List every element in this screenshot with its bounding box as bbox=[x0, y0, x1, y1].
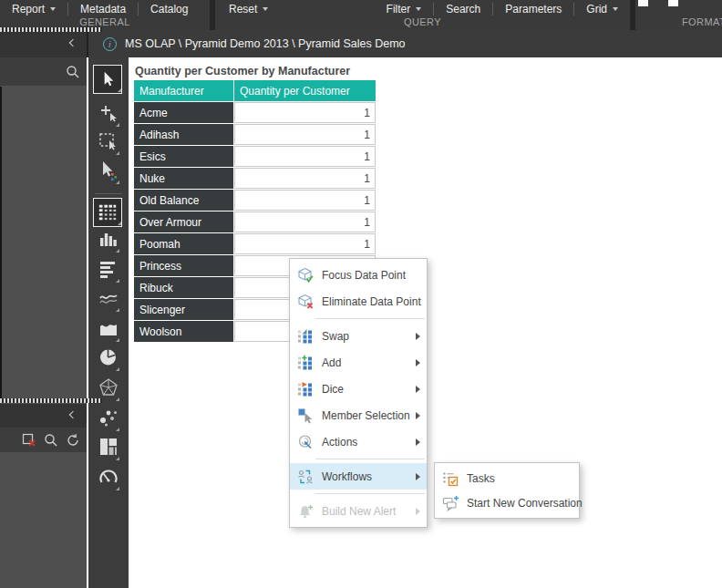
clear-selection-icon[interactable] bbox=[22, 433, 36, 448]
app-window: Report Metadata Catalog GENERAL Reset Fi… bbox=[0, 0, 722, 588]
table-row[interactable]: Acme 1 bbox=[134, 102, 376, 123]
add-selection-tool[interactable] bbox=[98, 102, 119, 128]
row-label-cell[interactable]: Slicenger bbox=[134, 299, 233, 320]
workflows-icon bbox=[297, 469, 314, 485]
panel-resize-texture bbox=[0, 398, 102, 403]
menu-item-add[interactable]: Add bbox=[290, 349, 427, 376]
row-value-cell[interactable]: 1 bbox=[234, 233, 376, 254]
search-icon[interactable] bbox=[44, 433, 58, 448]
menu-item-label: Workflows bbox=[322, 470, 372, 483]
ribbon-metadata-label: Metadata bbox=[80, 3, 126, 15]
row-value-cell[interactable]: 1 bbox=[234, 190, 376, 211]
ribbon-parameters-menu[interactable]: Parameters bbox=[492, 3, 573, 15]
gauge-visual[interactable] bbox=[98, 466, 119, 491]
ribbon-group-format-label: FORMATT bbox=[635, 16, 722, 27]
panel-search-row bbox=[0, 57, 87, 86]
row-value-cell[interactable]: 1 bbox=[234, 211, 376, 232]
ribbon-search-label: Search bbox=[446, 3, 480, 15]
ribbon-search-menu[interactable]: Search bbox=[433, 3, 492, 15]
row-label-cell[interactable]: Over Armour bbox=[134, 211, 233, 232]
table-row[interactable]: Poomah 1 bbox=[134, 233, 376, 254]
ribbon-filter-menu[interactable]: Filter bbox=[375, 3, 434, 15]
scatter-chart-visual[interactable] bbox=[98, 407, 119, 432]
refresh-icon[interactable] bbox=[66, 433, 80, 448]
bottom-panel-header bbox=[0, 404, 87, 428]
menu-item-build-new-alert[interactable]: Build New Alert bbox=[290, 498, 427, 524]
visual-toolbar bbox=[88, 57, 129, 588]
row-label-cell[interactable]: Old Balance bbox=[134, 190, 233, 211]
table-row[interactable]: Nuke 1 bbox=[134, 168, 376, 189]
menu-item-focus-data-point[interactable]: Focus Data Point bbox=[290, 262, 427, 288]
pie-chart-visual[interactable] bbox=[98, 346, 119, 372]
grid-visual[interactable] bbox=[93, 198, 122, 227]
ribbon-metadata-menu[interactable]: Metadata bbox=[67, 3, 138, 15]
table-row[interactable]: Esics 1 bbox=[134, 146, 376, 167]
menu-item-member-selection[interactable]: Member Selection bbox=[290, 402, 427, 428]
menu-separator bbox=[315, 318, 425, 319]
line-chart-icon bbox=[98, 287, 119, 309]
menu-item-swap[interactable]: Swap bbox=[290, 323, 427, 349]
submenu-item-start-new-conversation[interactable]: Start New Conversation bbox=[435, 490, 579, 515]
grid-header-row: Manufacturer Quantity per Customer bbox=[134, 80, 376, 101]
table-row[interactable]: Over Armour 1 bbox=[134, 211, 376, 232]
row-label-cell[interactable]: Esics bbox=[134, 146, 233, 167]
marquee-selection-tool[interactable] bbox=[98, 130, 119, 156]
ribbon-group-format: FORMATT bbox=[635, 0, 722, 30]
row-label-cell[interactable]: Adihash bbox=[134, 124, 233, 145]
interactive-selection-tool[interactable] bbox=[98, 160, 119, 185]
submenu-arrow-icon bbox=[416, 412, 420, 419]
ribbon-parameters-label: Parameters bbox=[505, 3, 562, 15]
row-value-cell[interactable]: 1 bbox=[234, 124, 376, 145]
ribbon-report-menu[interactable]: Report bbox=[0, 3, 67, 15]
info-icon[interactable]: i bbox=[103, 37, 117, 51]
column-chart-icon bbox=[98, 228, 119, 250]
row-value-cell[interactable]: 1 bbox=[234, 168, 376, 189]
bottom-panel-toolbar bbox=[0, 428, 87, 452]
submenu-item-tasks[interactable]: Tasks bbox=[435, 466, 579, 490]
row-label-cell[interactable]: Nuke bbox=[134, 168, 233, 189]
cutoff-icon bbox=[668, 0, 678, 6]
row-label-cell[interactable]: Acme bbox=[134, 102, 233, 123]
ribbon-reset-menu[interactable]: Reset bbox=[217, 3, 280, 15]
ribbon-group-query-label: QUERY bbox=[215, 16, 630, 27]
bar-chart-visual[interactable] bbox=[98, 258, 119, 284]
ribbon-catalog-menu[interactable]: Catalog bbox=[138, 3, 200, 15]
ribbon-grid-menu[interactable]: Grid bbox=[573, 3, 630, 15]
left-panel-header bbox=[0, 30, 87, 57]
marquee-icon bbox=[98, 130, 119, 152]
menu-item-workflows[interactable]: Workflows bbox=[290, 463, 427, 490]
line-chart-visual[interactable] bbox=[98, 287, 119, 313]
grid-add-icon bbox=[297, 355, 314, 371]
select-tool[interactable] bbox=[93, 65, 122, 94]
row-label-cell[interactable]: Woolson bbox=[134, 321, 233, 342]
toolbar-divider bbox=[95, 193, 122, 194]
member-selection-icon bbox=[297, 407, 314, 424]
menu-item-dice[interactable]: Dice bbox=[290, 376, 427, 402]
row-value-cell[interactable]: 1 bbox=[234, 102, 376, 123]
menu-item-label: Actions bbox=[322, 436, 357, 449]
treemap-visual[interactable] bbox=[98, 436, 119, 461]
ribbon: Report Metadata Catalog GENERAL Reset Fi… bbox=[0, 0, 722, 30]
radar-chart-icon bbox=[98, 377, 119, 398]
table-row[interactable]: Old Balance 1 bbox=[134, 190, 376, 211]
menu-item-eliminate-data-point[interactable]: Eliminate Data Point bbox=[290, 288, 427, 315]
collapse-panel-icon[interactable] bbox=[69, 411, 77, 418]
submenu-arrow-icon bbox=[416, 333, 420, 340]
collapse-panel-icon[interactable] bbox=[69, 39, 77, 46]
dropdown-arrow-icon bbox=[416, 7, 421, 11]
search-icon[interactable] bbox=[66, 65, 80, 79]
table-row[interactable]: Adihash 1 bbox=[134, 124, 376, 145]
row-value-cell[interactable]: 1 bbox=[234, 146, 376, 167]
submenu-arrow-icon bbox=[416, 359, 420, 366]
menu-item-actions[interactable]: Actions bbox=[290, 428, 427, 455]
row-label-cell[interactable]: Poomah bbox=[134, 233, 233, 254]
menu-item-label: Focus Data Point bbox=[322, 269, 406, 282]
area-chart-visual[interactable] bbox=[98, 317, 119, 343]
column-header-manufacturer[interactable]: Manufacturer bbox=[134, 80, 233, 101]
row-label-cell[interactable]: Princess bbox=[134, 255, 233, 276]
column-header-quantity[interactable]: Quantity per Customer bbox=[234, 80, 376, 101]
ribbon-group-general-label: GENERAL bbox=[0, 16, 210, 27]
menu-item-label: Tasks bbox=[467, 472, 495, 485]
column-chart-visual[interactable] bbox=[98, 228, 119, 253]
row-label-cell[interactable]: Ribuck bbox=[134, 277, 233, 298]
